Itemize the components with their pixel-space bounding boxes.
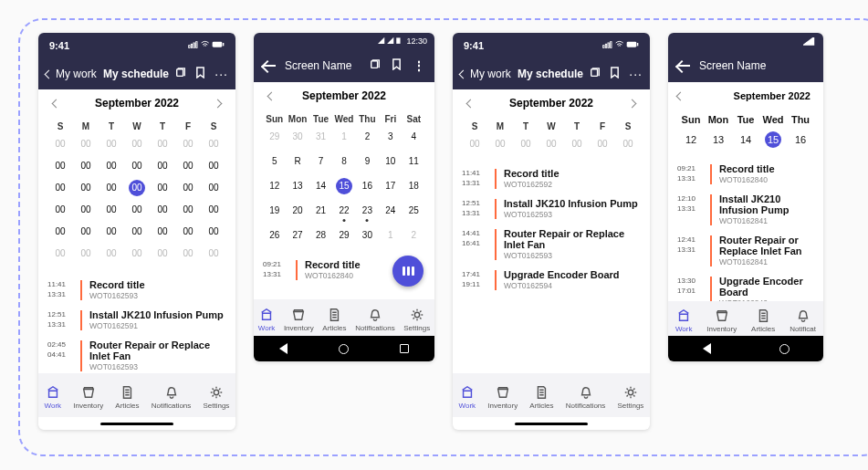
day-cell[interactable]: 00 (124, 136, 150, 152)
tab-inventory[interactable]: Inventory (487, 385, 518, 410)
tab-articles[interactable]: Articles (751, 308, 775, 333)
day-cell[interactable]: 00 (99, 158, 124, 174)
day-cell[interactable]: 00 (73, 158, 99, 174)
day-cell[interactable]: 00 (175, 224, 201, 240)
day-cell[interactable]: 12 (263, 178, 286, 194)
day-cell[interactable]: 00 (513, 136, 539, 152)
day-cell[interactable]: 00 (73, 202, 99, 218)
android-nav-bar[interactable] (668, 336, 823, 361)
day-cell[interactable]: 30 (286, 129, 309, 145)
day-cell[interactable]: 16 (356, 178, 379, 194)
list-item[interactable]: 02:4504:41 Router Repair or Replace Inle… (38, 335, 235, 373)
bookmark-icon[interactable] (195, 67, 205, 81)
day-cell[interactable]: 20 (286, 203, 309, 219)
day-cell[interactable]: 15 (332, 178, 355, 194)
day-cell[interactable]: 00 (47, 136, 73, 152)
day-cell[interactable]: 25 (403, 203, 425, 219)
nav-back-icon[interactable] (279, 343, 288, 354)
day-cell[interactable]: 30 (356, 227, 379, 244)
tab-work[interactable]: Work (675, 308, 693, 333)
day-cell[interactable]: 00 (47, 158, 73, 174)
day-cell[interactable]: 15 (759, 130, 787, 150)
list-item[interactable]: 11:4113:31 Record title WOT0162593 (38, 275, 235, 305)
day-cell[interactable]: 00 (487, 136, 513, 152)
day-cell[interactable]: 23 (356, 203, 379, 219)
day-cell[interactable]: 1 (379, 227, 402, 244)
bookmark-icon[interactable] (610, 67, 620, 81)
more-icon[interactable]: ⋮ (413, 58, 425, 73)
day-cell[interactable]: 00 (150, 180, 175, 196)
calendar-row[interactable]: 00000000000000 (453, 136, 650, 152)
tab-work[interactable]: Work (258, 308, 276, 332)
day-cell[interactable]: 00 (201, 202, 226, 218)
calendar-grid[interactable]: 0000000000000000000000000000000000000000… (38, 136, 235, 262)
tab-inventory[interactable]: Inventory (706, 308, 737, 333)
day-cell[interactable]: 00 (99, 136, 124, 152)
day-cell[interactable]: 00 (47, 180, 73, 196)
day-cell[interactable]: 8 (332, 153, 355, 170)
record-list[interactable]: 11:4113:31 Record title WOT016259212:511… (453, 158, 650, 373)
back-chevron-icon[interactable] (45, 69, 54, 78)
day-cell[interactable]: 2 (356, 129, 379, 145)
day-cell[interactable]: 11 (403, 153, 425, 170)
day-cell[interactable]: 22 (332, 203, 355, 219)
day-cell[interactable]: 00 (99, 202, 124, 218)
tab-bar[interactable]: WorkInventoryArticlesNotificationsSettin… (254, 299, 434, 336)
list-item[interactable]: 17:4119:11 Upgrade Encoder Board WOT0162… (453, 265, 650, 295)
fab-button[interactable] (392, 256, 424, 287)
tab-articles[interactable]: Articles (322, 308, 346, 332)
day-cell[interactable]: 00 (201, 224, 226, 240)
day-cell[interactable]: 00 (615, 136, 641, 152)
day-cell[interactable]: 00 (175, 202, 201, 218)
copy-icon[interactable] (175, 68, 186, 81)
day-cell[interactable]: 16 (787, 130, 814, 150)
record-list[interactable]: 11:4113:31 Record title WOT016259312:511… (38, 269, 235, 373)
copy-icon[interactable] (590, 68, 601, 81)
day-cell[interactable]: 19 (263, 203, 286, 219)
tab-work[interactable]: Work (45, 385, 62, 410)
tab-settings[interactable]: Settings (617, 385, 643, 410)
day-cell[interactable]: 13 (286, 178, 309, 194)
day-cell[interactable]: 00 (590, 136, 615, 152)
next-month-button[interactable] (629, 97, 635, 110)
tab-settings[interactable]: Settings (403, 308, 430, 332)
list-item[interactable]: 11:4113:31 Record title WOT0162592 (453, 163, 650, 193)
day-cell[interactable]: 00 (47, 245, 73, 262)
copy-icon[interactable] (370, 59, 381, 73)
day-cell[interactable]: 00 (150, 245, 175, 262)
day-cell[interactable]: 10 (379, 153, 402, 170)
day-cell[interactable]: 00 (175, 180, 201, 196)
day-cell[interactable]: 00 (175, 245, 201, 262)
tab-bar[interactable]: WorkInventoryArticlesNotificationsSettin… (38, 373, 235, 417)
more-icon[interactable]: ··· (214, 67, 228, 81)
list-item[interactable]: 12:5113:31 Install JK210 Infusion Pump W… (453, 193, 650, 224)
prev-month-button[interactable] (53, 97, 59, 110)
list-item[interactable]: 09:2113:31 Record title WOT0162840 (668, 159, 823, 189)
tab-settings[interactable]: Settings (203, 385, 229, 410)
back-arrow-icon[interactable] (677, 65, 690, 67)
day-cell[interactable]: 00 (150, 136, 175, 152)
day-cell[interactable]: 29 (263, 129, 286, 145)
day-cell[interactable]: 00 (201, 180, 226, 196)
record-list[interactable]: 09:2113:31 Record title WOT016284012:101… (668, 153, 823, 301)
day-cell[interactable]: 00 (201, 136, 226, 152)
day-cell[interactable]: 14 (732, 130, 759, 150)
day-cell[interactable]: 1 (332, 129, 355, 145)
day-cell[interactable]: 00 (175, 136, 201, 152)
calendar-grid[interactable]: 29303112345R7891011121314151617181920212… (254, 129, 434, 244)
nav-recents-icon[interactable] (400, 344, 409, 353)
day-cell[interactable]: 18 (403, 178, 425, 194)
day-cell[interactable]: 00 (124, 224, 150, 240)
day-cell[interactable]: 00 (47, 224, 73, 240)
day-cell[interactable]: 29 (332, 227, 355, 244)
list-item[interactable]: 12:5113:31 Install JK210 Infusion Pump W… (38, 305, 235, 335)
back-label[interactable]: My work (470, 68, 511, 80)
day-cell[interactable]: 00 (124, 158, 150, 174)
list-item[interactable]: 14:4116:41 Router Repair or Replace Inle… (453, 224, 650, 265)
day-cell[interactable]: 14 (309, 178, 332, 194)
prev-month-button[interactable] (467, 97, 474, 110)
list-item[interactable]: 12:4113:31 Router Repair or Replace Inle… (668, 230, 823, 271)
back-arrow-icon[interactable] (263, 65, 276, 67)
tab-notifications[interactable]: Notificat (790, 308, 816, 333)
day-cell[interactable]: 00 (47, 202, 73, 218)
